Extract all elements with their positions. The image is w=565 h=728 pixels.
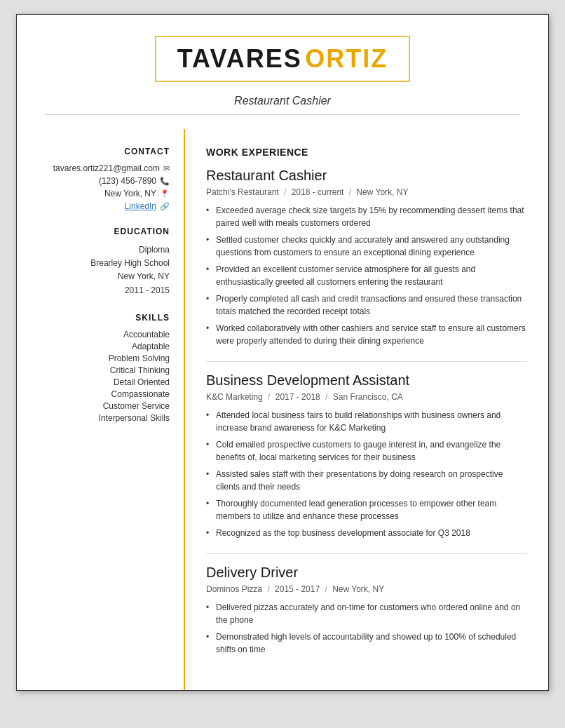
skills-list: AccountableAdaptableProblem SolvingCriti…	[34, 330, 170, 423]
job-bullet-item: Assisted sales staff with their presenta…	[206, 468, 527, 493]
education-school: Brearley High School	[34, 257, 170, 270]
skill-item: Critical Thinking	[34, 365, 170, 375]
header-section: TAVARES ORTIZ Restaurant Cashier	[17, 15, 548, 129]
linkedin-link[interactable]: LinkedIn	[125, 201, 156, 211]
job-bullet-item: Attended local business fairs to build r…	[206, 409, 527, 434]
skill-item: Accountable	[34, 330, 170, 339]
job-divider	[206, 361, 527, 362]
contact-phone: (123) 456-7890 📞	[34, 176, 170, 186]
body-section: CONTACT tavares.ortiz221@gmail.com ✉ (12…	[17, 129, 548, 690]
job-block: Business Development AssistantK&C Market…	[206, 361, 527, 539]
last-name: ORTIZ	[305, 44, 388, 73]
job-bullet-item: Exceeded average check size targets by 1…	[206, 204, 527, 229]
job-block: Restaurant CashierPatchi's Restaurant / …	[206, 168, 527, 347]
job-bullet-item: Thoroughly documented lead generation pr…	[206, 497, 527, 523]
contact-section: CONTACT tavares.ortiz221@gmail.com ✉ (12…	[34, 147, 170, 211]
job-bullet-item: Worked collaboratively with other cashie…	[206, 322, 527, 347]
education-city: New York, NY	[34, 270, 170, 283]
contact-heading: CONTACT	[34, 147, 170, 156]
contact-linkedin[interactable]: LinkedIn 🔗	[34, 201, 170, 211]
job-title-header: Restaurant Cashier	[45, 95, 520, 107]
name-box: TAVARES ORTIZ	[155, 36, 410, 82]
job-bullets: Exceeded average check size targets by 1…	[206, 204, 527, 347]
left-column: CONTACT tavares.ortiz221@gmail.com ✉ (12…	[17, 129, 185, 690]
job-bullet-item: Properly completed all cash and credit t…	[206, 292, 527, 318]
phone-icon: 📞	[160, 177, 170, 186]
contact-email: tavares.ortiz221@gmail.com ✉	[34, 163, 170, 173]
skills-heading: SKILLS	[34, 313, 170, 323]
skill-item: Problem Solving	[34, 353, 170, 363]
job-bullet-item: Provided an excellent customer service a…	[206, 263, 527, 288]
first-name: TAVARES	[177, 44, 302, 73]
skills-section: SKILLS AccountableAdaptableProblem Solvi…	[34, 313, 170, 423]
job-bullet-item: Settled customer checks quickly and accu…	[206, 234, 527, 259]
job-divider	[206, 553, 527, 554]
jobs-list: Restaurant CashierPatchi's Restaurant / …	[206, 168, 527, 656]
resume-container: TAVARES ORTIZ Restaurant Cashier CONTACT…	[16, 14, 549, 691]
job-bullet-item: Delivered pizzas accurately and on-time …	[206, 601, 527, 626]
email-icon: ✉	[163, 164, 170, 173]
header-divider	[45, 114, 520, 115]
contact-location: New York, NY 📍	[34, 189, 170, 198]
work-experience-heading: WORK EXPERIENCE	[206, 147, 527, 158]
job-title: Business Development Assistant	[206, 372, 527, 389]
job-bullet-item: Demonstrated high levels of accountabili…	[206, 631, 527, 656]
job-bullets: Attended local business fairs to build r…	[206, 409, 527, 539]
job-bullets: Delivered pizzas accurately and on-time …	[206, 601, 527, 656]
job-title: Restaurant Cashier	[206, 168, 527, 184]
job-title: Delivery Driver	[206, 565, 527, 581]
job-meta: Dominos Pizza / 2015 - 2017 / New York, …	[206, 584, 527, 594]
education-section: EDUCATION Diploma Brearley High School N…	[34, 227, 170, 297]
education-heading: EDUCATION	[34, 227, 170, 236]
skill-item: Adaptable	[34, 342, 170, 351]
job-bullet-item: Recognized as the top business developme…	[206, 527, 527, 539]
skill-item: Detail Oriented	[34, 377, 170, 387]
skill-item: Interpersonal Skills	[34, 413, 170, 423]
skill-item: Customer Service	[34, 401, 170, 411]
linkedin-icon: 🔗	[160, 202, 170, 211]
location-icon: 📍	[160, 189, 170, 198]
job-meta: Patchi's Restaurant / 2018 - current / N…	[206, 187, 527, 197]
phone-label: (123) 456-7890	[99, 176, 156, 186]
job-meta: K&C Marketing / 2017 - 2018 / San Franci…	[206, 392, 527, 402]
location-label: New York, NY	[104, 189, 156, 198]
education-years: 2011 - 2015	[34, 284, 170, 297]
email-label: tavares.ortiz221@gmail.com	[53, 163, 160, 173]
job-bullet-item: Cold emailed prospective customers to ga…	[206, 438, 527, 464]
right-column: WORK EXPERIENCE Restaurant CashierPatchi…	[185, 129, 548, 690]
education-degree: Diploma	[34, 243, 170, 257]
job-block: Delivery DriverDominos Pizza / 2015 - 20…	[206, 553, 527, 656]
skill-item: Compassionate	[34, 389, 170, 399]
